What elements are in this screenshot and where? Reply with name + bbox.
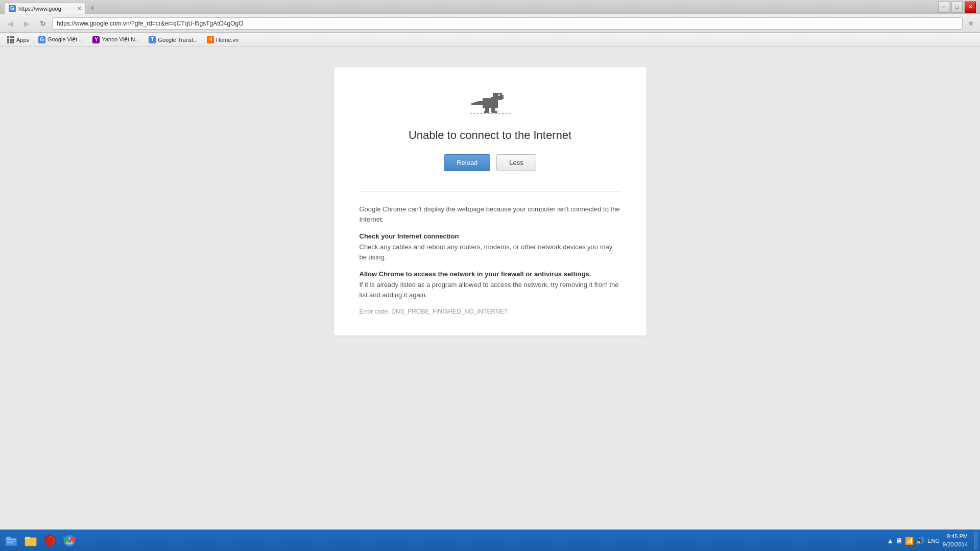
- taskbar-chrome[interactable]: [60, 532, 79, 550]
- tray-icons: ▲ 🖥 📶 🔊: [887, 537, 924, 545]
- show-desktop-button[interactable]: [974, 532, 978, 550]
- bookmark-star-button[interactable]: ★: [965, 17, 977, 30]
- reload-button[interactable]: ↻: [36, 16, 50, 31]
- svg-rect-17: [6, 537, 11, 539]
- check-connection-title: Check your Internet connection: [360, 232, 621, 240]
- datetime-display[interactable]: 9:45 PM 9/20/2014: [943, 533, 968, 548]
- error-description: Google Chrome can't display the webpage …: [360, 204, 621, 224]
- firewall-title: Allow Chrome to access the network in yo…: [360, 270, 621, 278]
- taskbar: ▲ 🖥 📶 🔊 ENG 9:45 PM 9/20/2014: [0, 530, 980, 551]
- tab-bar: G https://www.goog ✕ +: [4, 0, 938, 14]
- bookmark-label-4: Home.vn: [216, 37, 238, 43]
- svg-point-25: [67, 539, 71, 543]
- tab-favicon-icon: G: [9, 5, 16, 12]
- bookmarks-bar: Apps G Google Việt ... Y Yahoo Việt N...…: [0, 33, 980, 47]
- apps-grid-icon: [7, 36, 14, 43]
- bookmark-favicon-4: H: [207, 36, 214, 43]
- navigation-bar: ◀ ▶ ↻ ★: [0, 14, 980, 33]
- svg-rect-2: [499, 95, 504, 99]
- svg-rect-16: [6, 538, 17, 546]
- bookmark-label-1: Google Việt ...: [47, 36, 83, 43]
- bookmark-favicon-2: Y: [92, 36, 100, 43]
- error-details: Google Chrome can't display the webpage …: [360, 191, 621, 315]
- dino-icon: [470, 88, 511, 118]
- bookmark-favicon-1: G: [38, 36, 45, 43]
- svg-rect-10: [495, 104, 497, 106]
- bookmark-label-3: Google Transl...: [158, 37, 198, 43]
- svg-rect-6: [477, 101, 484, 105]
- date-display: 9/20/2014: [943, 541, 968, 548]
- error-code: Error code: DNS_PROBE_FINISHED_NO_INTERN…: [360, 308, 621, 315]
- reload-page-button[interactable]: Reload: [444, 154, 490, 171]
- new-tab-button[interactable]: +: [86, 3, 99, 14]
- bookmark-google-translate[interactable]: T Google Transl...: [145, 34, 202, 45]
- bookmark-favicon-3: T: [149, 36, 156, 43]
- bookmark-home-vn[interactable]: H Home.vn: [203, 34, 243, 45]
- file-manager-icon: [4, 534, 18, 548]
- tray-expand-icon[interactable]: ▲: [887, 537, 894, 545]
- shield-icon: [43, 534, 57, 548]
- svg-rect-9: [494, 102, 497, 104]
- svg-rect-12: [484, 111, 489, 113]
- svg-rect-7: [474, 102, 478, 105]
- tab-title: https://www.goog: [18, 6, 75, 12]
- tab-favicon: G: [9, 5, 16, 12]
- error-title: Unable to connect to the Internet: [360, 129, 621, 142]
- back-button[interactable]: ◀: [3, 16, 17, 31]
- close-button[interactable]: ✕: [965, 2, 976, 13]
- svg-rect-4: [498, 94, 499, 95]
- window-controls: ─ □ ✕: [938, 2, 976, 13]
- svg-rect-8: [471, 103, 474, 105]
- browser-content: Unable to connect to the Internet Reload…: [0, 47, 980, 530]
- minimize-button[interactable]: ─: [938, 2, 949, 13]
- title-bar: G https://www.goog ✕ + ─ □ ✕: [0, 0, 980, 14]
- browser-tab[interactable]: G https://www.goog ✕: [4, 3, 86, 14]
- error-card: Unable to connect to the Internet Reload…: [334, 67, 647, 336]
- firewall-text: If it is already listed as a program all…: [360, 280, 621, 300]
- bookmark-label-2: Yahoo Việt N...: [102, 36, 139, 43]
- taskbar-file-manager[interactable]: [2, 532, 20, 550]
- taskbar-security[interactable]: [41, 532, 59, 550]
- system-tray: ▲ 🖥 📶 🔊 ENG 9:45 PM 9/20/2014: [882, 533, 972, 548]
- apps-label: Apps: [16, 37, 29, 43]
- error-buttons: Reload Less: [360, 154, 621, 171]
- check-connection-text: Check any cables and reboot any routers,…: [360, 242, 621, 262]
- bookmark-google-viet[interactable]: G Google Việt ...: [34, 34, 87, 45]
- less-button[interactable]: Less: [496, 154, 536, 171]
- taskbar-icons: [2, 532, 79, 550]
- tray-signal-icon: 📶: [905, 537, 914, 545]
- address-bar[interactable]: [52, 17, 963, 30]
- chrome-icon: [62, 534, 77, 548]
- folder-icon: [23, 534, 38, 548]
- svg-rect-19: [7, 541, 16, 542]
- time-display: 9:45 PM: [947, 533, 968, 540]
- tray-volume-icon[interactable]: 🔊: [916, 537, 924, 545]
- tray-monitor-icon[interactable]: 🖥: [896, 537, 903, 545]
- forward-button[interactable]: ▶: [19, 16, 34, 31]
- dino-container: [360, 88, 621, 118]
- svg-rect-14: [492, 111, 497, 113]
- tab-close-button[interactable]: ✕: [77, 6, 81, 11]
- svg-rect-22: [25, 537, 30, 539]
- svg-rect-18: [7, 539, 16, 540]
- taskbar-folder[interactable]: [21, 532, 40, 550]
- maximize-button[interactable]: □: [951, 2, 963, 13]
- svg-rect-5: [491, 97, 495, 100]
- tray-language[interactable]: ENG: [927, 538, 940, 544]
- bookmark-yahoo-viet[interactable]: Y Yahoo Việt N...: [88, 34, 144, 45]
- apps-bookmark[interactable]: Apps: [3, 34, 33, 45]
- svg-rect-20: [7, 542, 13, 543]
